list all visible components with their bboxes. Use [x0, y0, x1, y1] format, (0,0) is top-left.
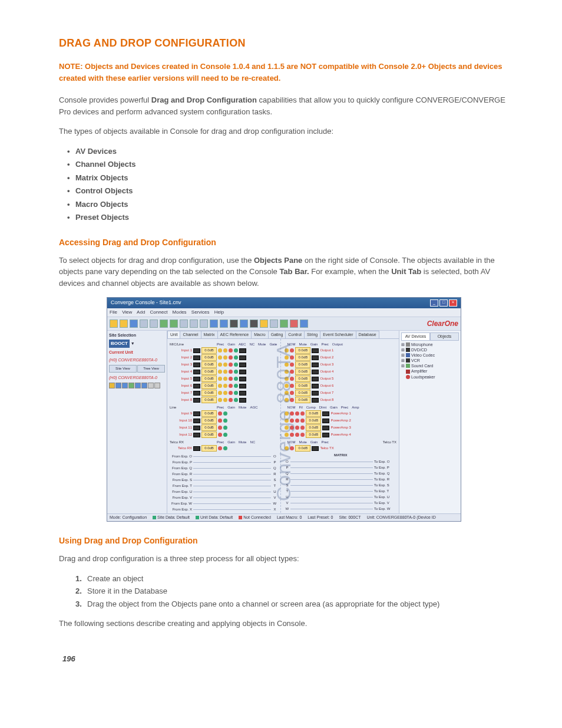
site-view-button[interactable]: Site View — [109, 365, 137, 373]
aec-knob[interactable] — [218, 377, 222, 381]
gate-knob[interactable] — [234, 398, 238, 402]
mini-icon[interactable] — [141, 383, 147, 388]
toolbar-icon[interactable] — [120, 319, 128, 328]
maximize-button[interactable]: □ — [439, 299, 448, 307]
toolbar-icon[interactable] — [180, 319, 188, 328]
mini-icon[interactable] — [115, 383, 121, 388]
device-tree-item[interactable]: (H0) CONVERGE880TA-0 — [109, 375, 165, 381]
tree-item-amplifier[interactable]: ⊞Amplifier — [401, 368, 459, 374]
from-exp-row[interactable]: From Exp. R R — [170, 472, 277, 477]
mute-knob[interactable] — [218, 426, 222, 430]
mini-icon[interactable] — [128, 383, 134, 388]
gain-value[interactable]: 0.0dB — [201, 424, 217, 431]
tab-unit[interactable]: Unit — [167, 331, 180, 339]
gain-value[interactable]: 0.0dB — [201, 354, 217, 361]
from-exp-row[interactable]: From Exp. S S — [170, 477, 277, 483]
mini-icon[interactable] — [135, 383, 141, 388]
tab-gating[interactable]: Gating — [268, 331, 286, 339]
toolbar-icon[interactable] — [240, 319, 248, 328]
from-exp-row[interactable]: From Exp. X X — [170, 507, 277, 512]
toolbar-icon[interactable] — [140, 319, 148, 328]
tree-item-loudspeaker[interactable]: ⊞Loudspeaker — [401, 374, 459, 380]
to-exp-row[interactable]: X To Exp. X — [285, 512, 396, 513]
mute-knob[interactable] — [229, 370, 233, 374]
gain-value[interactable]: 0.0dB — [201, 397, 217, 403]
tree-view-button[interactable]: Tree View — [137, 365, 165, 373]
nc-knob[interactable] — [223, 391, 227, 395]
mic-output-row[interactable]: 0.0dB Output 6 — [285, 383, 396, 389]
dropdown-icon[interactable]: ▼ — [131, 341, 135, 345]
mute-knob[interactable] — [229, 384, 233, 388]
tab-aec[interactable]: AEC Reference — [217, 331, 252, 339]
from-exp-row[interactable]: From Exp. W W — [170, 501, 277, 506]
gain-value[interactable]: 0.0dB — [201, 417, 217, 424]
to-exp-row[interactable]: W To Exp. W — [285, 506, 396, 512]
agc-knob[interactable] — [223, 426, 227, 430]
gain-value[interactable]: 0.0dB — [201, 361, 217, 368]
toolbar-icon[interactable] — [230, 319, 238, 328]
mini-icon[interactable] — [109, 383, 115, 388]
mic-output-row[interactable]: 0.0dB Output 3 — [285, 361, 396, 368]
line-input-row[interactable]: Input 11 0.0dB — [170, 424, 277, 431]
line-output-row[interactable]: 0.0dB PowerAmp 4 — [285, 431, 396, 438]
nc-knob[interactable] — [223, 363, 227, 367]
menu-view[interactable]: View — [122, 309, 132, 315]
toolbar-icon[interactable] — [190, 319, 198, 328]
mic-input-row[interactable]: Input 5 0.0dB — [170, 375, 277, 382]
mute-knob[interactable] — [229, 391, 233, 395]
from-exp-row[interactable]: From Exp. V V — [170, 495, 277, 500]
menu-services[interactable]: Services — [191, 309, 210, 315]
site-select-value[interactable]: BOOCT — [109, 340, 130, 348]
to-exp-row[interactable]: R To Exp. R — [285, 477, 396, 482]
mic-input-row[interactable]: Input 3 0.0dB — [170, 361, 277, 368]
gate-knob[interactable] — [234, 377, 238, 381]
tab-macro[interactable]: Macro — [251, 331, 268, 339]
telco-tx-row[interactable]: 0.0dB Telco TX — [285, 445, 396, 452]
mic-output-row[interactable]: 0.0dB Output 4 — [285, 368, 396, 375]
tree-item-dvdcd[interactable]: ⊞DVD/CD — [401, 347, 459, 353]
toolbar-icon[interactable] — [160, 319, 168, 328]
aec-knob[interactable] — [218, 363, 222, 367]
menu-file[interactable]: File — [110, 309, 117, 315]
from-exp-row[interactable]: From Exp. O O — [170, 454, 277, 459]
gain-value[interactable]: 0.0dB — [201, 431, 217, 438]
mute-knob[interactable] — [229, 355, 233, 360]
aec-knob[interactable] — [218, 348, 222, 353]
telco-rx-row[interactable]: Telco RX 0.0dB — [170, 445, 277, 452]
to-exp-row[interactable]: Q To Exp. Q — [285, 471, 396, 476]
tree-item-videocodec[interactable]: ⊞Video Codec — [401, 353, 459, 358]
minimize-button[interactable]: _ — [430, 299, 438, 307]
toolbar-icon[interactable] — [150, 319, 158, 328]
gain-value[interactable]: 0.0dB — [201, 390, 217, 396]
tab-objects[interactable]: Objects — [430, 332, 459, 341]
line-output-row[interactable]: 0.0dB PowerAmp 1 — [285, 410, 396, 417]
gain-value[interactable]: 0.0dB — [201, 410, 217, 417]
line-output-row[interactable]: 0.0dB PowerAmp 2 — [285, 417, 396, 424]
gain-value[interactable]: 0.0dB — [201, 445, 217, 452]
mute-knob[interactable] — [229, 377, 233, 381]
mic-input-row[interactable]: Input 4 0.0dB — [170, 368, 277, 375]
close-button[interactable]: × — [449, 299, 457, 307]
mic-input-row[interactable]: Input 8 0.0dB — [170, 397, 277, 403]
tab-string[interactable]: String — [304, 331, 320, 339]
agc-knob[interactable] — [223, 433, 227, 437]
help-icon[interactable] — [300, 319, 308, 328]
line-output-row[interactable]: 0.0dB PowerAmp 3 — [285, 424, 396, 431]
aec-knob[interactable] — [218, 384, 222, 388]
mute-knob[interactable] — [218, 411, 222, 416]
mic-input-row[interactable]: Input 1 0.0dB — [170, 347, 277, 354]
gain-value[interactable]: 0.0dB — [306, 424, 321, 431]
toolbar-icon[interactable] — [280, 319, 288, 328]
tab-av-devices[interactable]: AV Devices — [401, 332, 430, 341]
to-exp-row[interactable]: U To Exp. U — [285, 495, 396, 500]
toolbar-icon[interactable] — [130, 319, 138, 328]
gain-value[interactable]: 0.0dB — [201, 375, 217, 382]
gain-value[interactable]: 0.0dB — [201, 383, 217, 389]
to-exp-row[interactable]: T To Exp. T — [285, 489, 396, 494]
nc-knob[interactable] — [223, 348, 227, 353]
mute-knob[interactable] — [218, 446, 222, 450]
gain-value[interactable]: 0.0dB — [306, 417, 321, 424]
agc-knob[interactable] — [223, 419, 227, 423]
gate-knob[interactable] — [234, 370, 238, 374]
menu-add[interactable]: Add — [137, 309, 145, 315]
